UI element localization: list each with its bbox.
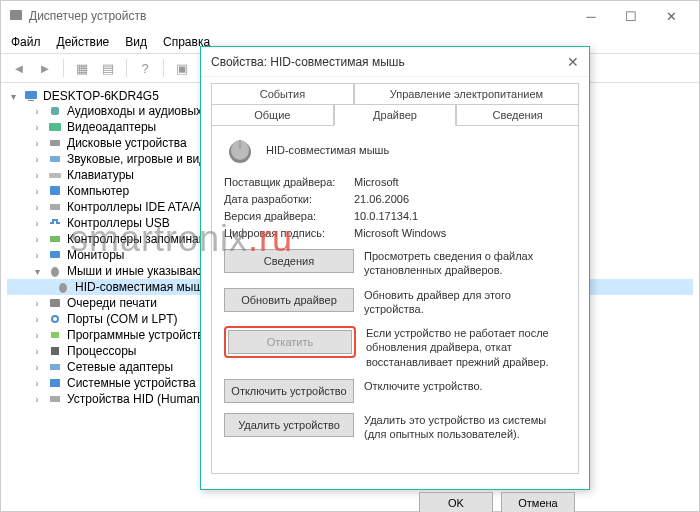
svg-rect-6: [50, 156, 60, 162]
device-icon: [47, 184, 63, 198]
device-icon: [47, 344, 63, 358]
mouse-icon: [224, 136, 256, 164]
expand-icon[interactable]: ›: [31, 394, 43, 405]
expand-icon[interactable]: ›: [31, 138, 43, 149]
svg-rect-5: [50, 140, 60, 146]
svg-rect-1: [25, 91, 37, 99]
expand-icon[interactable]: ›: [31, 378, 43, 389]
expand-icon[interactable]: ›: [31, 314, 43, 325]
menu-action[interactable]: Действие: [57, 35, 110, 49]
device-icon: [47, 248, 63, 262]
expand-icon[interactable]: ›: [31, 218, 43, 229]
tree-label: Процессоры: [67, 344, 137, 358]
value-signer: Microsoft Windows: [354, 227, 446, 239]
menu-file[interactable]: Файл: [11, 35, 41, 49]
tree-label: HID-совместимая мышь: [75, 280, 209, 294]
tab-power[interactable]: Управление электропитанием: [354, 83, 579, 105]
device-icon: [47, 232, 63, 246]
tree-label: Дисковые устройства: [67, 136, 187, 150]
device-icon: [47, 168, 63, 182]
tree-label: Программные устройства: [67, 328, 210, 342]
device-icon: [47, 152, 63, 166]
expand-icon[interactable]: ›: [31, 170, 43, 181]
details-desc: Просмотреть сведения о файлах установлен…: [364, 249, 566, 278]
svg-rect-17: [51, 347, 59, 355]
device-icon: [47, 216, 63, 230]
svg-rect-4: [49, 123, 61, 131]
svg-rect-16: [51, 332, 59, 338]
value-version: 10.0.17134.1: [354, 210, 418, 222]
svg-rect-3: [51, 107, 59, 115]
toolbar-icon[interactable]: ▣: [172, 58, 192, 78]
label-provider: Поставщик драйвера:: [224, 176, 354, 188]
mouse-icon: [55, 280, 71, 294]
expand-icon[interactable]: ▾: [31, 266, 43, 277]
rollback-highlight: Откатить: [224, 326, 356, 358]
menu-view[interactable]: Вид: [125, 35, 147, 49]
device-icon: [47, 376, 63, 390]
tree-label: Сетевые адаптеры: [67, 360, 173, 374]
minimize-button[interactable]: ─: [571, 9, 611, 24]
computer-icon: [23, 89, 39, 103]
expand-icon[interactable]: ›: [31, 330, 43, 341]
cancel-button[interactable]: Отмена: [501, 492, 575, 512]
device-icon: [47, 264, 63, 278]
tab-driver[interactable]: Драйвер: [334, 104, 457, 126]
svg-rect-20: [50, 396, 60, 402]
toolbar-icon[interactable]: ?: [135, 58, 155, 78]
expand-icon[interactable]: ›: [31, 346, 43, 357]
window-title: Диспетчер устройств: [29, 9, 146, 23]
tree-label: Порты (COM и LPT): [67, 312, 178, 326]
disable-button[interactable]: Отключить устройство: [224, 379, 354, 403]
svg-point-12: [51, 267, 59, 277]
ok-button[interactable]: OK: [419, 492, 493, 512]
svg-rect-19: [50, 379, 60, 387]
value-date: 21.06.2006: [354, 193, 409, 205]
svg-rect-7: [49, 173, 61, 178]
svg-rect-0: [10, 10, 22, 20]
toolbar-icon[interactable]: ▦: [72, 58, 92, 78]
tree-label: Контроллеры USB: [67, 216, 170, 230]
label-signer: Цифровая подпись:: [224, 227, 354, 239]
device-icon: [47, 136, 63, 150]
details-button[interactable]: Сведения: [224, 249, 354, 273]
toolbar-icon[interactable]: ▤: [98, 58, 118, 78]
device-icon: [47, 104, 63, 118]
svg-point-15: [52, 316, 58, 322]
value-provider: Microsoft: [354, 176, 399, 188]
uninstall-button[interactable]: Удалить устройство: [224, 413, 354, 437]
rollback-desc: Если устройство не работает после обновл…: [366, 326, 566, 369]
close-button[interactable]: ✕: [651, 9, 691, 24]
expand-icon[interactable]: ›: [31, 250, 43, 261]
maximize-button[interactable]: ☐: [611, 9, 651, 24]
expand-icon[interactable]: ›: [31, 122, 43, 133]
expand-icon[interactable]: ›: [31, 154, 43, 165]
tab-general[interactable]: Общие: [211, 104, 334, 126]
device-icon: [47, 312, 63, 326]
collapse-icon[interactable]: ▾: [7, 91, 19, 102]
label-date: Дата разработки:: [224, 193, 354, 205]
expand-icon[interactable]: ›: [31, 298, 43, 309]
expand-icon[interactable]: ›: [31, 234, 43, 245]
properties-dialog: Свойства: HID-совместимая мышь ✕ События…: [200, 46, 590, 490]
tree-label: Мониторы: [67, 248, 124, 262]
back-icon[interactable]: ◄: [9, 58, 29, 78]
update-desc: Обновить драйвер для этого устройства.: [364, 288, 566, 317]
update-driver-button[interactable]: Обновить драйвер: [224, 288, 354, 312]
expand-icon[interactable]: ›: [31, 186, 43, 197]
expand-icon[interactable]: ›: [31, 202, 43, 213]
tree-label: Видеоадаптеры: [67, 120, 156, 134]
rollback-button[interactable]: Откатить: [228, 330, 352, 354]
tab-details[interactable]: Сведения: [456, 104, 579, 126]
svg-rect-9: [50, 204, 60, 210]
expand-icon[interactable]: ›: [31, 106, 43, 117]
svg-rect-18: [50, 364, 60, 370]
svg-rect-8: [50, 186, 60, 195]
forward-icon[interactable]: ►: [35, 58, 55, 78]
tab-events[interactable]: События: [211, 83, 354, 105]
expand-icon[interactable]: ›: [31, 362, 43, 373]
dialog-close-icon[interactable]: ✕: [567, 54, 579, 70]
svg-point-13: [59, 283, 67, 293]
dialog-titlebar: Свойства: HID-совместимая мышь ✕: [201, 47, 589, 77]
disable-desc: Отключите устройство.: [364, 379, 566, 393]
